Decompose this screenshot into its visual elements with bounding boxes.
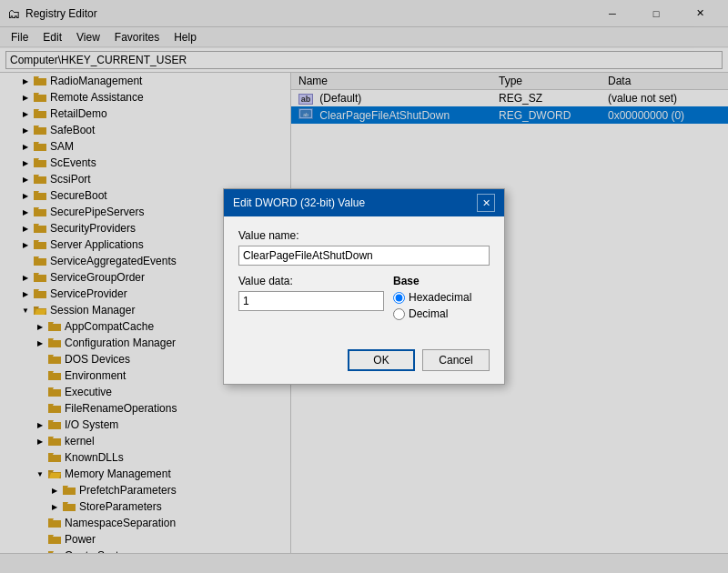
dialog-title: Edit DWORD (32-bit) Value <box>233 196 365 209</box>
radio-dec-label: Decimal <box>409 307 448 320</box>
cancel-button[interactable]: Cancel <box>422 349 490 371</box>
modal-overlay: Edit DWORD (32-bit) Value ✕ Value name: … <box>0 0 728 573</box>
value-name-label: Value name: <box>238 229 490 242</box>
dialog-title-bar: Edit DWORD (32-bit) Value ✕ <box>224 189 504 216</box>
dialog-close-button[interactable]: ✕ <box>477 194 495 212</box>
dialog-body: Value name: Value data: Base Hexadecimal… <box>224 216 504 344</box>
ok-button[interactable]: OK <box>348 349 415 371</box>
radio-hex-label: Hexadecimal <box>409 291 471 304</box>
value-data-row: Value data: Base Hexadecimal Decimal <box>238 275 490 324</box>
radio-dec-input[interactable] <box>393 308 405 320</box>
base-group: Base Hexadecimal Decimal <box>393 275 490 324</box>
dialog-buttons: OK Cancel <box>224 344 504 384</box>
radio-hexadecimal[interactable]: Hexadecimal <box>393 291 490 304</box>
value-name-input[interactable] <box>238 246 490 266</box>
edit-dword-dialog: Edit DWORD (32-bit) Value ✕ Value name: … <box>223 188 505 385</box>
radio-hex-input[interactable] <box>393 292 405 304</box>
radio-decimal[interactable]: Decimal <box>393 307 490 320</box>
value-data-input[interactable] <box>238 291 384 311</box>
base-label: Base <box>393 275 490 287</box>
value-data-label: Value data: <box>238 275 384 287</box>
value-data-section: Value data: <box>238 275 384 324</box>
